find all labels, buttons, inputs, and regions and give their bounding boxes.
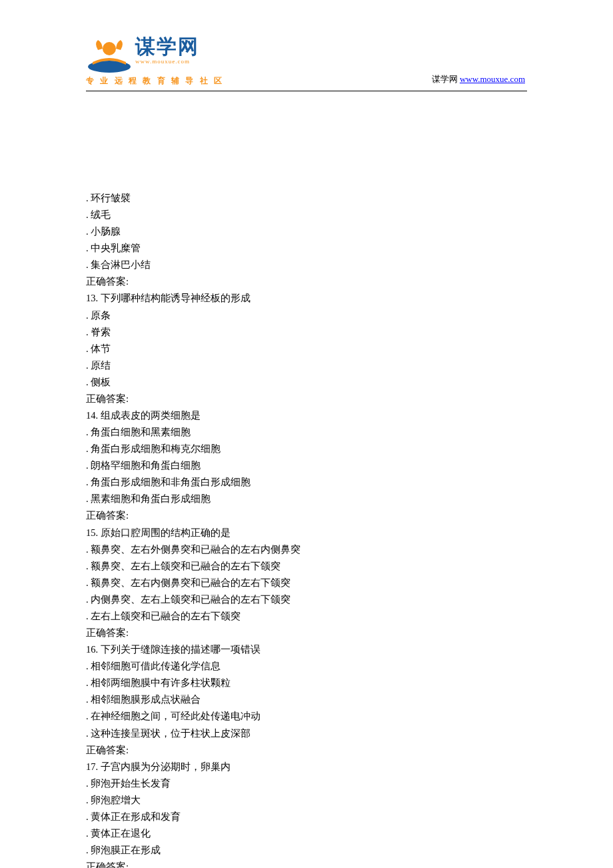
body-line: . 脊索 xyxy=(86,324,527,341)
answer-label: 正确答案: xyxy=(86,273,527,290)
body-line: . 角蛋白细胞和黑素细胞 xyxy=(86,424,527,441)
body-line: . 额鼻突、左右内侧鼻突和已融合的左右下颌突 xyxy=(86,575,527,591)
body-line: . 角蛋白形成细胞和非角蛋白形成细胞 xyxy=(86,474,527,491)
svg-point-1 xyxy=(103,42,116,55)
body-line: . 内侧鼻突、左右上颌突和已融合的左右下颌突 xyxy=(86,591,527,608)
question-text: 16. 下列关于缝隙连接的描述哪一项错误 xyxy=(86,641,527,658)
body-line: . 侧板 xyxy=(86,374,527,391)
body-line: . 左右上颌突和已融合的左右下颌突 xyxy=(86,608,527,625)
document-body: . 环行皱襞 . 绒毛 . 小肠腺 . 中央乳糜管 . 集合淋巴小结 正确答案:… xyxy=(0,90,613,868)
question-text: 15. 原始口腔周围的结构正确的是 xyxy=(86,525,527,541)
logo-subtitle: www.mouxue.com xyxy=(135,58,199,65)
answer-label: 正确答案: xyxy=(86,391,527,407)
body-line: . 额鼻突、左右外侧鼻突和已融合的左右内侧鼻突 xyxy=(86,541,527,558)
logo: 谋学网 www.mouxue.com xyxy=(86,37,199,73)
body-line: . 相邻细胞可借此传递化学信息 xyxy=(86,658,527,675)
body-line: . 中央乳糜管 xyxy=(86,240,527,257)
body-line: . 原结 xyxy=(86,357,527,374)
body-line: . 集合淋巴小结 xyxy=(86,257,527,273)
question-text: 17. 子宫内膜为分泌期时，卵巢内 xyxy=(86,759,527,775)
body-line: . 卵泡膜正在形成 xyxy=(86,842,527,859)
page-header: 谋学网 www.mouxue.com 专 业 远 程 教 育 辅 导 社 区 谋… xyxy=(0,0,613,90)
body-line: . 朗格罕细胞和角蛋白细胞 xyxy=(86,457,527,474)
logo-text: 谋学网 www.mouxue.com xyxy=(135,37,199,65)
body-line: . 额鼻突、左右上颌突和已融合的左右下颌突 xyxy=(86,558,527,575)
body-line: . 相邻两细胞膜中有许多柱状颗粒 xyxy=(86,675,527,691)
answer-label: 正确答案: xyxy=(86,507,527,524)
body-line: . 卵泡开始生长发育 xyxy=(86,775,527,792)
logo-icon xyxy=(86,37,133,73)
body-line: . 卵泡腔增大 xyxy=(86,792,527,809)
body-line: . 小肠腺 xyxy=(86,223,527,240)
question-text: 14. 组成表皮的两类细胞是 xyxy=(86,407,527,424)
body-line: . 在神经细胞之间，可经此处传递电冲动 xyxy=(86,708,527,725)
body-line: . 黄体正在形成和发育 xyxy=(86,809,527,825)
body-line: . 黑素细胞和角蛋白形成细胞 xyxy=(86,491,527,507)
body-line: . 环行皱襞 xyxy=(86,190,527,207)
body-line: . 黄体正在退化 xyxy=(86,825,527,842)
header-right-text: 谋学网 www.mouxue.com xyxy=(432,73,525,85)
body-line: . 角蛋白形成细胞和梅克尔细胞 xyxy=(86,441,527,457)
logo-title: 谋学网 xyxy=(135,37,199,57)
logo-tagline: 专 业 远 程 教 育 辅 导 社 区 xyxy=(86,75,224,87)
answer-label: 正确答案: xyxy=(86,625,527,641)
site-link[interactable]: www.mouxue.com xyxy=(460,74,525,84)
question-text: 13. 下列哪种结构能诱导神经板的形成 xyxy=(86,290,527,307)
answer-label: 正确答案: xyxy=(86,742,527,759)
body-line: . 相邻细胞膜形成点状融合 xyxy=(86,691,527,708)
body-line: . 绒毛 xyxy=(86,207,527,223)
header-divider xyxy=(86,91,527,91)
body-line: . 体节 xyxy=(86,341,527,357)
body-line: . 这种连接呈斑状，位于柱状上皮深部 xyxy=(86,725,527,742)
site-name-text: 谋学网 xyxy=(432,74,460,84)
answer-label: 正确答案: xyxy=(86,859,527,868)
body-line: . 原条 xyxy=(86,307,527,324)
